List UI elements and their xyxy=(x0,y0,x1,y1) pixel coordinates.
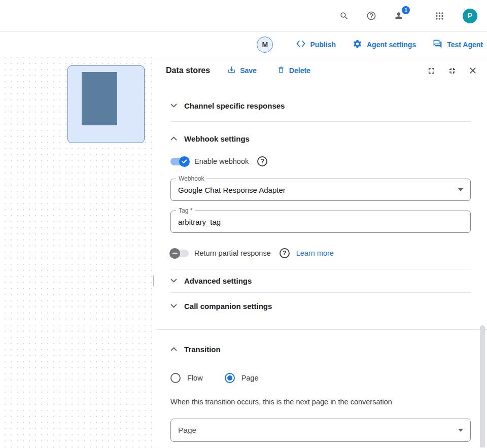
flow-radio-label: Flow xyxy=(187,374,203,382)
agent-settings-button[interactable]: Agent settings xyxy=(353,39,416,50)
enable-webhook-toggle[interactable] xyxy=(170,158,189,165)
top-app-bar: 1 P xyxy=(0,0,487,32)
page-radio[interactable] xyxy=(225,373,235,383)
notifications-icon[interactable]: 1 xyxy=(393,10,405,22)
data-stores-panel: Data stores Save Delete xyxy=(157,57,487,447)
toggle-knob xyxy=(179,156,190,167)
flow-avatar-badge[interactable]: M xyxy=(257,37,273,53)
chevron-up-icon xyxy=(170,347,177,352)
code-icon xyxy=(296,40,305,49)
transition-description: When this transition occurs, this is the… xyxy=(170,398,471,406)
webhook-select[interactable]: Webhook Google Chat Response Adapter xyxy=(170,179,471,201)
flow-node-selected[interactable] xyxy=(67,65,145,143)
flow-radio[interactable] xyxy=(170,373,181,383)
agent-toolbar: M Publish Agent settings Test Agent xyxy=(0,32,487,57)
page-title: Data stores xyxy=(166,66,210,75)
fullscreen-icon[interactable] xyxy=(425,64,437,77)
resize-handle[interactable] xyxy=(153,275,156,286)
chevron-down-icon xyxy=(170,279,177,283)
toggle-knob xyxy=(169,248,180,259)
partial-response-row: Return partial response ? Learn more xyxy=(170,247,471,260)
tag-input[interactable]: Tag * arbitrary_tag xyxy=(170,211,471,233)
section-advanced-settings[interactable]: Advanced settings xyxy=(170,274,471,287)
help-icon[interactable] xyxy=(365,10,377,22)
search-icon[interactable] xyxy=(338,10,350,22)
test-agent-button[interactable]: Test Agent xyxy=(433,39,483,50)
apps-grid-icon[interactable] xyxy=(433,10,445,22)
learn-more-link[interactable]: Learn more xyxy=(296,249,334,257)
section-channel-specific-responses[interactable]: Channel specific responses xyxy=(170,99,471,112)
chat-icon xyxy=(433,39,442,50)
webhook-select-value: Google Chat Response Adapter xyxy=(178,186,286,194)
panel-divider xyxy=(157,329,487,330)
section-transition[interactable]: Transition xyxy=(170,343,471,355)
flow-node-thumbnail xyxy=(82,72,117,125)
trash-icon xyxy=(277,65,285,76)
publish-button[interactable]: Publish xyxy=(296,40,336,49)
panel-scrollbar[interactable] xyxy=(480,325,485,447)
enable-webhook-label: Enable webhook xyxy=(194,157,249,165)
gear-icon xyxy=(353,39,362,50)
section-call-companion-settings[interactable]: Call companion settings xyxy=(170,300,471,312)
fullscreen-exit-icon[interactable] xyxy=(446,64,458,77)
chevron-down-icon xyxy=(170,304,177,308)
dropdown-caret-icon xyxy=(458,429,463,432)
close-icon[interactable] xyxy=(467,64,479,77)
transition-target-radios: Flow Page xyxy=(170,371,471,385)
notification-badge: 1 xyxy=(401,5,411,15)
delete-button[interactable]: Delete xyxy=(277,65,310,76)
panel-header: Data stores Save Delete xyxy=(157,57,487,84)
help-icon[interactable]: ? xyxy=(257,156,267,166)
flow-canvas[interactable] xyxy=(0,57,152,447)
chevron-down-icon xyxy=(170,104,177,108)
dropdown-caret-icon xyxy=(458,188,463,191)
main-area: Data stores Save Delete xyxy=(0,57,487,447)
save-button[interactable]: Save xyxy=(227,65,257,76)
save-icon xyxy=(227,65,236,76)
section-webhook-settings[interactable]: Webhook settings xyxy=(170,132,471,145)
page-select[interactable]: Page xyxy=(170,419,471,442)
partial-response-toggle[interactable] xyxy=(170,250,189,257)
page-select-placeholder: Page xyxy=(178,426,196,435)
help-icon[interactable]: ? xyxy=(280,248,290,258)
divider xyxy=(170,121,471,122)
chevron-up-icon xyxy=(170,136,177,141)
profile-avatar[interactable]: P xyxy=(463,9,477,23)
divider xyxy=(170,292,471,293)
divider xyxy=(170,269,471,269)
panel-resize-gutter xyxy=(152,57,157,447)
panel-body: Channel specific responses Webhook setti… xyxy=(157,84,487,447)
tag-input-value: arbitrary_tag xyxy=(178,218,221,226)
partial-response-label: Return partial response xyxy=(194,249,271,257)
page-radio-label: Page xyxy=(241,374,259,382)
enable-webhook-row: Enable webhook ? xyxy=(170,155,471,168)
